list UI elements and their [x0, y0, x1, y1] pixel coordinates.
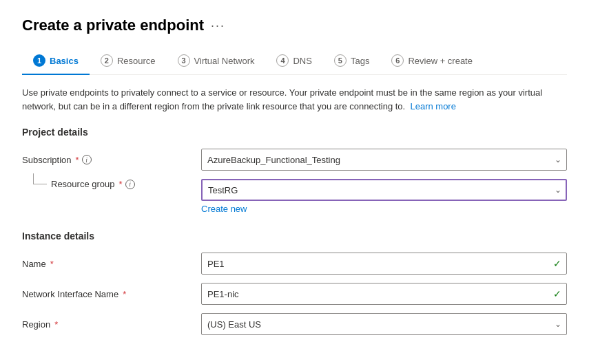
- tab-label-basics: Basics: [50, 56, 79, 66]
- tab-step-circle-tags: 5: [334, 54, 347, 67]
- network-interface-name-control: ✓: [201, 283, 567, 305]
- tab-step-circle-basics: 1: [33, 54, 45, 67]
- region-row: Region * (US) East US(US) East US 2(US) …: [22, 313, 567, 335]
- description-text: Use private endpoints to privately conne…: [22, 86, 567, 113]
- resource-group-dropdown[interactable]: TestRG: [201, 179, 567, 201]
- tab-label-review-create: Review + create: [408, 56, 473, 66]
- wizard-tab-dns[interactable]: 4 DNS: [265, 49, 322, 75]
- subscription-row: Subscription * i AzureBackup_Functional_…: [22, 149, 567, 171]
- name-control: ✓: [201, 253, 567, 275]
- tab-step-circle-dns: 4: [276, 54, 289, 67]
- tab-label-virtual-network: Virtual Network: [194, 56, 255, 66]
- region-dropdown[interactable]: (US) East US(US) East US 2(US) West US(U…: [201, 313, 567, 335]
- learn-more-link[interactable]: Learn more: [410, 101, 455, 111]
- instance-details-section: Instance details Name * ✓ Network Interf…: [22, 231, 567, 335]
- wizard-tab-basics[interactable]: 1 Basics: [22, 49, 90, 75]
- create-new-link[interactable]: Create new: [201, 204, 567, 214]
- resource-group-control: TestRG ⌄: [201, 179, 567, 201]
- name-required: *: [50, 259, 54, 269]
- wizard-tabs: 1 Basics 2 Resource 3 Virtual Network 4 …: [22, 48, 567, 75]
- tab-label-dns: DNS: [293, 56, 311, 66]
- name-row: Name * ✓: [22, 253, 567, 275]
- name-label: Name *: [22, 259, 201, 269]
- tab-step-circle-resource: 2: [101, 54, 113, 67]
- wizard-tab-tags[interactable]: 5 Tags: [323, 49, 380, 75]
- resource-group-label: Resource group * i: [51, 179, 135, 189]
- wizard-tab-virtual-network[interactable]: 3 Virtual Network: [167, 49, 266, 75]
- resource-group-required: *: [119, 179, 123, 189]
- subscription-control: AzureBackup_Functional_Testing ⌄: [201, 149, 567, 171]
- resource-group-info-icon[interactable]: i: [125, 180, 135, 189]
- network-interface-name-label: Network Interface Name *: [22, 289, 201, 299]
- project-details-header: Project details: [22, 127, 567, 138]
- region-required: *: [54, 319, 58, 330]
- tab-step-circle-review-create: 6: [391, 54, 404, 67]
- wizard-tab-review-create[interactable]: 6 Review + create: [380, 49, 484, 75]
- page-title: Create a private endpoint: [22, 17, 204, 34]
- subscription-dropdown[interactable]: AzureBackup_Functional_Testing: [201, 149, 567, 171]
- subscription-label: Subscription * i: [22, 155, 201, 165]
- wizard-tab-resource[interactable]: 2 Resource: [90, 49, 167, 75]
- name-input[interactable]: [201, 253, 567, 275]
- tab-step-circle-virtual-network: 3: [178, 54, 190, 67]
- network-interface-name-input[interactable]: [201, 283, 567, 305]
- subscription-info-icon[interactable]: i: [82, 155, 92, 164]
- project-details-section: Project details Subscription * i AzureBa…: [22, 127, 567, 214]
- tab-label-resource: Resource: [117, 56, 156, 66]
- network-interface-name-row: Network Interface Name * ✓: [22, 283, 567, 305]
- region-label: Region *: [22, 319, 201, 330]
- subscription-required: *: [76, 155, 79, 165]
- more-options-icon[interactable]: ···: [211, 19, 225, 33]
- network-interface-name-required: *: [123, 289, 126, 299]
- tab-label-tags: Tags: [351, 56, 369, 66]
- region-control: (US) East US(US) East US 2(US) West US(U…: [201, 313, 567, 335]
- instance-details-header: Instance details: [22, 231, 567, 242]
